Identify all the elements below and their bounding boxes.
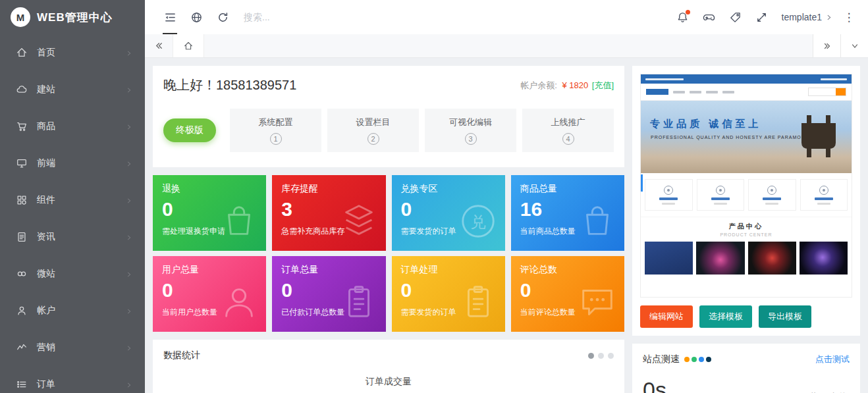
user-icon <box>16 305 28 317</box>
template-selector[interactable]: template1 <box>775 0 839 34</box>
bell-icon[interactable] <box>670 0 696 34</box>
export-template-button[interactable]: 导出模板 <box>759 305 811 328</box>
feature-sub-bar <box>714 203 727 205</box>
run-speed-test-link[interactable]: 点击测试 <box>815 354 850 365</box>
sidebar-item-label: 商品 <box>37 120 125 132</box>
tile-order-processing[interactable]: 订单处理 0 需要发货的订单 <box>392 256 505 332</box>
recharge-link[interactable]: [充值] <box>592 80 614 90</box>
kebab-menu-icon[interactable]: ⋮ <box>839 0 859 34</box>
sidebar-item-label: 营销 <box>37 342 125 354</box>
tile-exchange-zone[interactable]: 兑换专区 0 需要发货的订单 兑 <box>392 175 505 251</box>
tile-total-comments[interactable]: 评论总数 0 当前评论总数量 <box>511 256 624 332</box>
edit-site-button[interactable]: 编辑网站 <box>640 305 693 328</box>
step-label: 系统配置 <box>259 117 293 128</box>
tile-title: 兑换专区 <box>401 183 496 195</box>
sidebar-item-products[interactable]: 商品 <box>0 108 145 145</box>
tile-total-users[interactable]: 用户总量 0 当前用户总数量 <box>153 256 266 332</box>
step-system-config[interactable]: 系统配置 1 <box>230 109 321 152</box>
choose-template-button[interactable]: 选择模板 <box>699 305 752 328</box>
step-label: 可视化编辑 <box>449 117 492 128</box>
feature-icon <box>664 186 673 195</box>
tile-total-products[interactable]: 商品总量 16 当前商品总数量 <box>511 175 624 251</box>
right-column: 专业品质 诚信至上 PROFESSIONAL QUALITY AND HONES… <box>632 66 860 385</box>
tabs-scroll-right-icon[interactable] <box>813 34 840 57</box>
version-badge[interactable]: 终极版 <box>163 118 216 142</box>
expand-icon[interactable] <box>749 0 775 34</box>
stat-tiles: 退换 0 需处理退换货申请 库存提醒 3 急需补充商品库存 兑换专区 0 <box>153 175 624 332</box>
preview-menu-item <box>706 91 718 93</box>
speed-dot <box>692 357 697 362</box>
sidebar: M WEB管理中心 首页 建站 商品 前端 <box>0 0 145 393</box>
greeting: 晚上好！18581389571 <box>163 76 296 94</box>
step-number: 4 <box>562 133 574 145</box>
chart-title: 订单成交量 <box>153 376 624 388</box>
step-number: 3 <box>465 133 477 145</box>
sidebar-item-account[interactable]: 帐户 <box>0 292 145 329</box>
sidebar-item-label: 微站 <box>37 268 125 280</box>
controller-icon[interactable] <box>696 0 722 34</box>
chevron-right-icon <box>125 159 133 167</box>
sidebar-item-marketing[interactable]: 营销 <box>0 329 145 366</box>
preview-feature-item <box>645 179 693 211</box>
product-thumbnail <box>645 242 693 275</box>
feature-title-bar <box>763 197 781 200</box>
statistics-title: 数据统计 <box>163 350 200 361</box>
feature-title-bar <box>815 197 833 200</box>
step-go-live[interactable]: 上线推广 4 <box>522 109 614 152</box>
template-card: 专业品质 诚信至上 PROFESSIONAL QUALITY AND HONES… <box>632 66 860 336</box>
sidebar-item-news[interactable]: 资讯 <box>0 219 145 255</box>
tile-title: 用户总量 <box>162 264 257 276</box>
speed-dot <box>706 357 711 362</box>
sidebar-item-microsite[interactable]: 微站 <box>0 255 145 292</box>
tile-title: 订单处理 <box>401 264 496 276</box>
tile-total-orders[interactable]: 订单总量 0 已付款订单总数量 <box>272 256 385 332</box>
clipboard-icon <box>339 282 379 323</box>
carousel-dot[interactable] <box>608 353 614 359</box>
tabs-scroll-left-icon[interactable] <box>145 34 173 57</box>
tile-stock-alert[interactable]: 库存提醒 3 急需补充商品库存 <box>272 175 385 251</box>
tab-home[interactable] <box>173 34 204 57</box>
topbar-actions: template1 ⋮ <box>670 0 859 34</box>
logo-icon: M <box>11 7 30 27</box>
refresh-icon[interactable] <box>209 0 236 34</box>
feature-icon <box>716 186 725 195</box>
step-visual-edit[interactable]: 可视化编辑 3 <box>425 109 516 152</box>
feature-sub-bar <box>765 203 778 205</box>
feature-sub-bar <box>662 203 675 205</box>
collapse-menu-icon[interactable] <box>157 0 183 34</box>
tabs-menu-icon[interactable] <box>840 34 868 57</box>
carousel-dots <box>588 353 614 359</box>
step-label: 设置栏目 <box>356 117 391 128</box>
sidebar-item-label: 帐户 <box>37 305 125 317</box>
sidebar-item-frontend[interactable]: 前端 <box>0 145 145 182</box>
preview-topbar-text <box>645 78 684 80</box>
feature-sub-bar <box>817 203 830 205</box>
sidebar-item-home[interactable]: 首页 <box>0 34 145 71</box>
globe-icon[interactable] <box>183 0 209 34</box>
chevron-right-icon <box>125 344 133 352</box>
preview-feature-item <box>697 179 745 211</box>
tab-bar <box>145 34 868 58</box>
account-phone: 18581389571 <box>216 78 296 92</box>
chevron-right-icon <box>125 380 133 388</box>
left-column: 晚上好！18581389571 帐户余额: ¥ 1820 [充值] 终极版 系统… <box>153 66 624 385</box>
preview-topbar <box>641 74 852 84</box>
template-preview[interactable]: 专业品质 诚信至上 PROFESSIONAL QUALITY AND HONES… <box>640 74 852 298</box>
sidebar-item-components[interactable]: 组件 <box>0 182 145 219</box>
tag-icon[interactable] <box>722 0 749 34</box>
preview-hero-title: 专业品质 诚信至上 <box>650 118 761 130</box>
tile-title: 商品总量 <box>520 183 615 195</box>
chevron-right-icon <box>125 233 133 241</box>
tile-returns[interactable]: 退换 0 需处理退换货申请 <box>153 175 266 251</box>
sidebar-item-site-builder[interactable]: 建站 <box>0 71 145 108</box>
download-time-value: 0s <box>643 377 666 393</box>
preview-search-button <box>836 88 846 95</box>
step-setup-columns[interactable]: 设置栏目 2 <box>327 109 419 152</box>
sidebar-item-orders[interactable]: 订单 <box>0 366 145 393</box>
carousel-dot[interactable] <box>588 353 594 359</box>
template-selector-label: template1 <box>782 12 822 22</box>
preview-navbar <box>641 84 852 101</box>
sidebar-item-label: 订单 <box>37 379 125 390</box>
search-input[interactable] <box>244 12 382 22</box>
carousel-dot[interactable] <box>598 353 604 359</box>
